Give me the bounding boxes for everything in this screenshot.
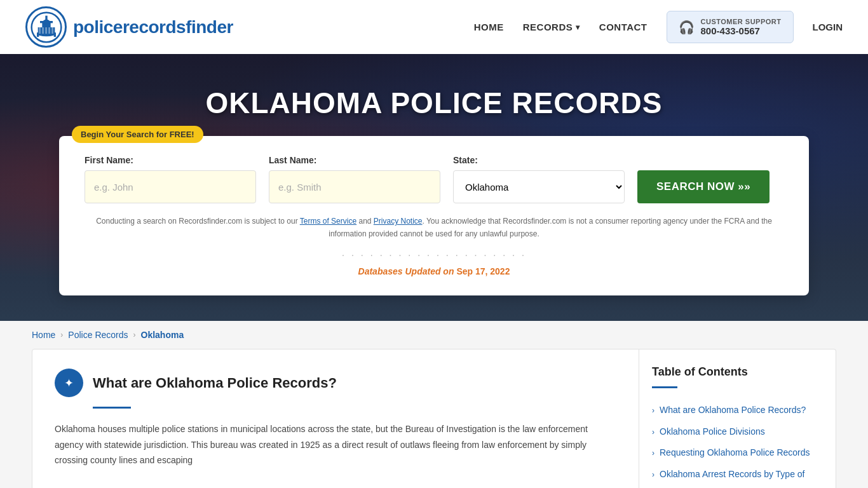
breadcrumb-current: Oklahoma [141,330,184,340]
chevron-icon-1: › [652,405,654,416]
disclaimer-text: Conducting a search on Recordsfinder.com… [85,215,783,241]
chevron-icon-2: › [652,427,654,438]
breadcrumb-sep-1: › [60,330,63,339]
free-badge: Begin Your Search for FREE! [72,126,203,143]
nav-records[interactable]: RECORDS [523,22,580,32]
privacy-link[interactable]: Privacy Notice [374,217,423,226]
customer-support-button[interactable]: 🎧 CUSTOMER SUPPORT 800-433-0567 [667,11,794,43]
last-name-label: Last Name: [269,155,440,165]
toc-item-4[interactable]: › Oklahoma Arrest Records by Type of [652,464,823,485]
svg-rect-6 [53,32,55,37]
support-text: CUSTOMER SUPPORT 800-433-0567 [701,18,782,36]
sidebar-toc: Table of Contents › What are Oklahoma Po… [639,349,836,488]
search-form: First Name: Last Name: State: Oklahoma A… [85,155,783,203]
hero-section: OKLAHOMA POLICE RECORDS Begin Your Searc… [0,54,868,321]
nav-contact[interactable]: CONTACT [599,22,648,32]
tos-link[interactable]: Terms of Service [300,217,356,226]
svg-rect-4 [45,15,47,22]
toc-item-label-3: Requesting Oklahoma Police Records [660,447,810,459]
svg-rect-5 [37,32,39,37]
state-select[interactable]: Oklahoma Alabama Alaska Arizona Californ… [453,170,625,203]
support-number: 800-433-0567 [701,25,782,36]
login-button[interactable]: LOGIN [813,22,843,32]
toc-title: Table of Contents [652,365,823,379]
toc-item-label-2: Oklahoma Police Divisions [660,426,765,438]
svg-rect-7 [39,27,41,34]
chevron-icon-4: › [652,470,654,480]
chevron-icon-3: › [652,448,654,459]
breadcrumb-sep-2: › [133,330,136,339]
toc-item-3[interactable]: › Requesting Oklahoma Police Records [652,442,823,464]
first-name-input[interactable] [85,170,256,203]
toc-item-label-1: What are Oklahoma Police Records? [660,404,806,417]
divider-dots: · · · · · · · · · · · · · · · · · · · · [85,250,783,261]
last-name-group: Last Name: [269,155,440,203]
db-updated: Databases Updated on Sep 17, 2022 [85,266,783,276]
site-header: policerecordsfinder HOME RECORDS CONTACT… [0,0,868,54]
first-name-label: First Name: [85,155,256,165]
toc-item-label-4: Oklahoma Arrest Records by Type of [660,468,805,481]
content-area: ✦ What are Oklahoma Police Records? Okla… [0,349,868,488]
support-label: CUSTOMER SUPPORT [701,18,782,25]
db-updated-date: Sep 17, 2022 [456,266,510,276]
last-name-input[interactable] [269,170,440,203]
body-text: Oklahoma houses multiple police stations… [55,421,616,468]
state-group: State: Oklahoma Alabama Alaska Arizona C… [453,155,625,203]
hero-title: OKLAHOMA POLICE RECORDS [206,86,663,120]
main-content: ✦ What are Oklahoma Police Records? Okla… [32,349,639,488]
svg-rect-8 [42,27,44,34]
toc-item-2[interactable]: › Oklahoma Police Divisions [652,421,823,443]
section-header: ✦ What are Oklahoma Police Records? [55,369,616,397]
headset-icon: 🎧 [679,20,695,35]
section-icon: ✦ [55,369,83,397]
main-nav: HOME RECORDS CONTACT 🎧 CUSTOMER SUPPORT … [474,11,843,43]
section-title: What are Oklahoma Police Records? [93,375,337,391]
logo-icon [25,6,67,48]
section-underline [93,407,131,409]
svg-rect-10 [48,27,50,34]
breadcrumb-home[interactable]: Home [32,330,55,340]
breadcrumb: Home › Police Records › Oklahoma [0,321,868,349]
search-now-button[interactable]: SEARCH NOW »» [637,170,770,203]
toc-underline [652,386,677,388]
svg-rect-11 [51,27,53,34]
logo-text: policerecordsfinder [73,17,233,37]
toc-item-1[interactable]: › What are Oklahoma Police Records? [652,400,823,421]
svg-rect-9 [45,27,47,34]
state-label: State: [453,155,625,165]
search-card: Begin Your Search for FREE! First Name: … [59,136,809,295]
logo[interactable]: policerecordsfinder [25,6,233,48]
nav-home[interactable]: HOME [474,22,504,32]
breadcrumb-police-records[interactable]: Police Records [68,330,128,340]
first-name-group: First Name: [85,155,256,203]
badge-icon: ✦ [64,376,74,390]
